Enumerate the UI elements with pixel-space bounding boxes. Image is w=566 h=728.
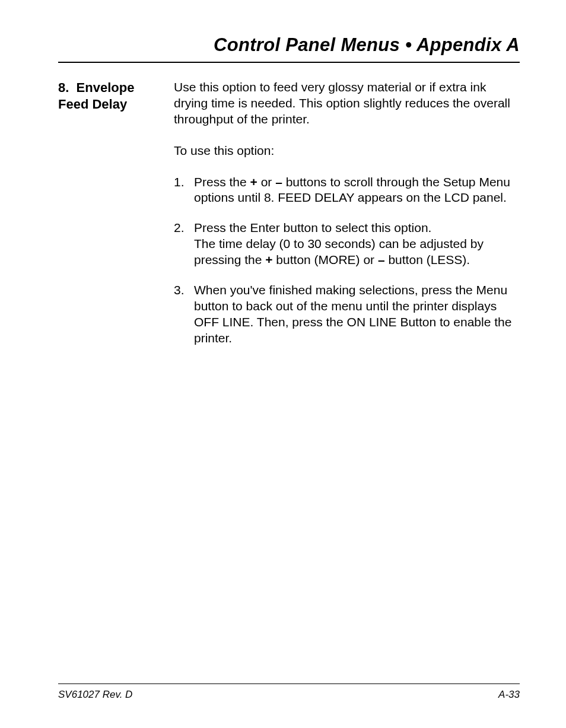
page-footer: SV61027 Rev. D A-33 xyxy=(58,684,520,701)
step-body: Press the + or – buttons to scroll throu… xyxy=(194,174,520,206)
minus-symbol: – xyxy=(378,253,385,266)
step2-line2-mid: button (MORE) or xyxy=(273,253,378,266)
section-title-line1: Envelope xyxy=(77,80,135,95)
header-divider xyxy=(58,62,520,63)
step-body: Press the Enter button to select this op… xyxy=(194,220,520,268)
plus-symbol: + xyxy=(250,175,257,189)
step2-line2-after: button (LESS). xyxy=(385,253,470,266)
list-item: 3. When you've finished making selection… xyxy=(174,282,520,346)
list-item: 1. Press the + or – buttons to scroll th… xyxy=(174,174,520,206)
step1-text-mid: or xyxy=(257,175,275,189)
footer-right: A-33 xyxy=(498,689,520,701)
section-heading: 8. Envelope Feed Delay xyxy=(58,80,167,112)
content-row: 8. Envelope Feed Delay Use this option t… xyxy=(58,80,520,360)
footer-left: SV61027 Rev. D xyxy=(58,689,132,701)
list-item: 2. Press the Enter button to select this… xyxy=(174,220,520,268)
lead-paragraph: To use this option: xyxy=(174,143,520,159)
left-column: 8. Envelope Feed Delay xyxy=(58,80,174,112)
footer-divider xyxy=(58,684,520,684)
page-title: Control Panel Menus • Appendix A xyxy=(58,34,520,56)
steps-list: 1. Press the + or – buttons to scroll th… xyxy=(174,174,520,346)
plus-symbol: + xyxy=(265,253,272,266)
step-number: 2. xyxy=(174,220,194,268)
step3-text: When you've finished making selections, … xyxy=(194,283,511,345)
page: Control Panel Menus • Appendix A 8. Enve… xyxy=(0,0,566,728)
step1-text-before: Press the xyxy=(194,175,250,189)
step2-line1: Press the Enter button to select this op… xyxy=(194,221,431,234)
step-number: 3. xyxy=(174,282,194,346)
section-number: 8. xyxy=(58,80,69,95)
right-column: Use this option to feed very glossy mate… xyxy=(174,80,520,360)
footer-row: SV61027 Rev. D A-33 xyxy=(58,689,520,701)
step-number: 1. xyxy=(174,174,194,206)
minus-symbol: – xyxy=(275,175,282,189)
intro-paragraph: Use this option to feed very glossy mate… xyxy=(174,80,520,128)
section-title-line2: Feed Delay xyxy=(58,97,127,112)
step-body: When you've finished making selections, … xyxy=(194,282,520,346)
